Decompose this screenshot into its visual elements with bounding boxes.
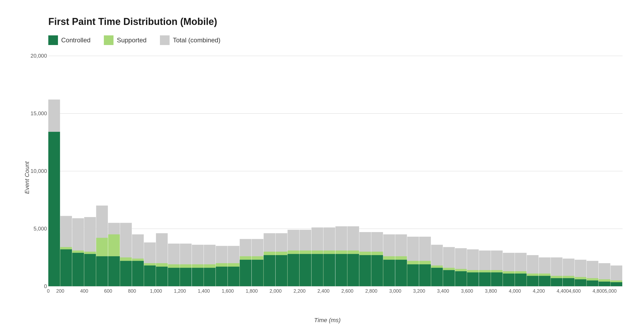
y-label-20000: 20,000 <box>31 53 47 59</box>
svg-rect-122 <box>515 274 527 286</box>
svg-rect-62 <box>276 255 287 286</box>
x-label: 0 <box>47 288 50 294</box>
x-label: 2,200 <box>294 288 306 294</box>
y-axis-label: Event Count <box>24 161 31 194</box>
svg-rect-77 <box>335 254 347 286</box>
y-label-15000: 15,000 <box>31 110 47 117</box>
svg-rect-35 <box>168 268 180 286</box>
x-label: 4,200 <box>533 288 545 294</box>
x-label: 2,400 <box>317 288 330 294</box>
legend-label-controlled: Controlled <box>61 36 90 44</box>
legend-item-supported: Supported <box>104 35 147 45</box>
x-label: 600 <box>104 288 112 294</box>
svg-rect-68 <box>299 254 311 286</box>
svg-rect-20 <box>108 256 120 286</box>
svg-rect-89 <box>383 260 395 286</box>
svg-rect-53 <box>240 260 251 286</box>
svg-rect-41 <box>192 268 204 286</box>
x-label: 1,200 <box>174 288 186 294</box>
x-label: 3,000 <box>389 288 401 294</box>
svg-rect-44 <box>204 268 216 286</box>
svg-rect-32 <box>156 267 168 286</box>
svg-rect-104 <box>443 270 455 286</box>
svg-rect-131 <box>551 278 563 286</box>
x-label: 3,200 <box>413 288 425 294</box>
svg-rect-8 <box>60 249 72 286</box>
svg-rect-74 <box>323 254 335 286</box>
x-label: 2,000 <box>270 288 282 294</box>
chart-legend: Controlled Supported Total (combined) <box>48 35 623 45</box>
x-label: 1,600 <box>222 288 234 294</box>
x-label: 2,800 <box>365 288 377 294</box>
svg-rect-140 <box>587 281 598 286</box>
svg-rect-143 <box>599 282 610 286</box>
legend-label-supported: Supported <box>117 36 147 44</box>
x-label: 1,800 <box>246 288 258 294</box>
svg-rect-110 <box>467 272 479 286</box>
x-label: 200 <box>56 288 64 294</box>
svg-rect-71 <box>312 254 323 286</box>
svg-rect-26 <box>132 261 144 286</box>
svg-rect-98 <box>419 264 431 286</box>
svg-rect-113 <box>479 272 491 286</box>
bars-svg <box>48 56 623 286</box>
chart-area: Event Count 20,000 15,000 10,000 5,000 0… <box>32 56 623 300</box>
legend-label-total: Total (combined) <box>173 36 220 44</box>
x-axis-labels: 02004006008001,0001,2001,4001,6001,8002,… <box>48 286 623 300</box>
svg-rect-5 <box>48 132 60 286</box>
x-label: 1,000 <box>150 288 162 294</box>
svg-rect-59 <box>264 255 276 286</box>
svg-rect-17 <box>96 256 108 286</box>
legend-item-total: Total (combined) <box>160 35 220 45</box>
svg-rect-119 <box>503 274 515 286</box>
svg-rect-125 <box>527 276 539 286</box>
legend-item-controlled: Controlled <box>48 35 90 45</box>
x-label: 1,400 <box>198 288 210 294</box>
svg-rect-86 <box>371 255 383 286</box>
svg-rect-146 <box>610 282 622 286</box>
svg-rect-107 <box>455 271 467 286</box>
x-label: 3,800 <box>485 288 497 294</box>
supported-swatch <box>104 35 114 45</box>
svg-rect-47 <box>216 267 228 286</box>
x-label: 800 <box>128 288 136 294</box>
svg-rect-11 <box>72 253 84 286</box>
svg-rect-23 <box>120 261 132 286</box>
y-label-10000: 10,000 <box>31 168 47 174</box>
total-swatch <box>160 35 170 45</box>
svg-rect-101 <box>431 268 443 286</box>
svg-rect-83 <box>359 255 371 286</box>
svg-rect-65 <box>288 254 299 286</box>
x-label: 2,600 <box>341 288 353 294</box>
svg-rect-56 <box>252 260 264 286</box>
x-label: 400 <box>80 288 88 294</box>
svg-rect-80 <box>347 254 359 286</box>
svg-rect-38 <box>180 268 192 286</box>
chart-container: First Paint Time Distribution (Mobile) C… <box>0 0 644 335</box>
svg-rect-92 <box>395 260 407 286</box>
x-label: 4,000 <box>509 288 521 294</box>
x-label: 3,400 <box>437 288 449 294</box>
svg-rect-116 <box>491 272 503 286</box>
y-axis-labels: 20,000 15,000 10,000 5,000 0 <box>32 56 48 286</box>
svg-rect-2 <box>160 35 170 45</box>
x-label: 4,800 <box>592 288 605 294</box>
svg-rect-29 <box>144 266 156 286</box>
chart-title: First Paint Time Distribution (Mobile) <box>48 16 623 27</box>
bars-area <box>48 56 623 286</box>
svg-rect-14 <box>84 254 96 286</box>
x-label: 4,600 <box>569 288 581 294</box>
svg-rect-1 <box>104 35 114 45</box>
svg-rect-128 <box>539 276 551 286</box>
svg-rect-50 <box>228 267 240 286</box>
controlled-swatch <box>48 35 58 45</box>
svg-rect-0 <box>48 35 58 45</box>
svg-rect-137 <box>575 279 587 286</box>
x-axis-label: Time (ms) <box>314 317 341 324</box>
x-label: 4,400 <box>557 288 569 294</box>
svg-rect-134 <box>563 278 575 286</box>
x-label: 5,000 <box>605 288 617 294</box>
x-label: 3,600 <box>461 288 473 294</box>
svg-rect-95 <box>407 264 419 286</box>
y-label-0: 0 <box>44 283 47 289</box>
